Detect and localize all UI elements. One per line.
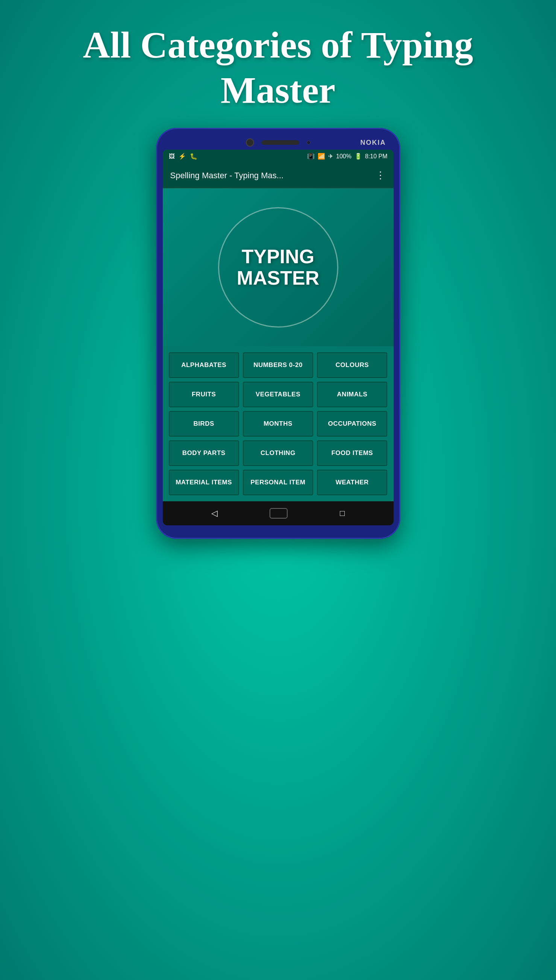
vibrate-icon: 📳 [307,153,315,160]
category-btn-food-items[interactable]: FOOD ITEMS [317,440,387,466]
phone-top: NOKIA [163,135,394,150]
category-btn-alphabates[interactable]: ALPHABATES [169,353,239,378]
category-btn-occupations[interactable]: OCCUPATIONS [317,411,387,437]
wifi-icon: 📶 [318,153,325,160]
recent-apps-icon[interactable]: □ [340,508,345,518]
category-btn-animals[interactable]: ANIMALS [317,382,387,407]
page-title: All Categories of Typing Master [0,0,556,128]
category-btn-birds[interactable]: BIRDS [169,411,239,437]
battery-text: 100% [336,153,351,160]
front-sensor [307,141,310,144]
category-btn-weather[interactable]: WEATHER [317,470,387,495]
back-icon[interactable]: ◁ [211,508,218,518]
category-btn-months[interactable]: MONTHS [243,411,313,437]
phone-screen: 🖼 ⚡ 🐛 📳 📶 ✈ 100% 🔋 8:10 PM Spelling Mast… [163,150,394,526]
debug-icon: 🐛 [190,153,197,160]
time: 8:10 PM [365,153,388,160]
speaker [262,140,299,145]
category-btn-colours[interactable]: COLOURS [317,353,387,378]
status-bar: 🖼 ⚡ 🐛 📳 📶 ✈ 100% 🔋 8:10 PM [163,150,394,163]
status-icons-left: 🖼 ⚡ 🐛 [169,153,197,160]
phone-bottom-bar [163,526,394,532]
app-title: Spelling Master - Typing Mas... [170,171,284,181]
brand-label: NOKIA [360,139,386,147]
gallery-icon: 🖼 [169,153,175,160]
app-bar: Spelling Master - Typing Mas... ⋮ [163,163,394,188]
category-btn-clothing[interactable]: CLOTHING [243,440,313,466]
category-btn-body-parts[interactable]: BODY PARTS [169,440,239,466]
home-button[interactable] [270,508,288,519]
airplane-icon: ✈ [328,153,333,160]
hero-section: TYPINGMASTER [163,188,394,346]
usb-icon: ⚡ [179,153,186,160]
more-options-icon[interactable]: ⋮ [375,170,386,181]
battery-icon: 🔋 [354,153,362,160]
typing-master-label: TYPINGMASTER [237,246,320,289]
category-btn-personal-item[interactable]: PERSONAL ITEM [243,470,313,495]
phone-bottom-nav: ◁ □ [163,501,394,526]
categories-grid: ALPHABATESNUMBERS 0-20COLOURSFRUITSVEGET… [163,346,394,501]
typing-master-circle: TYPINGMASTER [218,207,338,328]
phone-frame: NOKIA 🖼 ⚡ 🐛 📳 📶 ✈ 100% 🔋 8:10 PM Spellin… [156,128,400,539]
category-btn-vegetables[interactable]: VEGETABLES [243,382,313,407]
category-btn-fruits[interactable]: FRUITS [169,382,239,407]
status-icons-right: 📳 📶 ✈ 100% 🔋 8:10 PM [307,153,388,160]
category-btn-numbers-0-20[interactable]: NUMBERS 0-20 [243,353,313,378]
category-btn-material-items[interactable]: MATERIAL ITEMS [169,470,239,495]
front-camera [246,138,254,147]
